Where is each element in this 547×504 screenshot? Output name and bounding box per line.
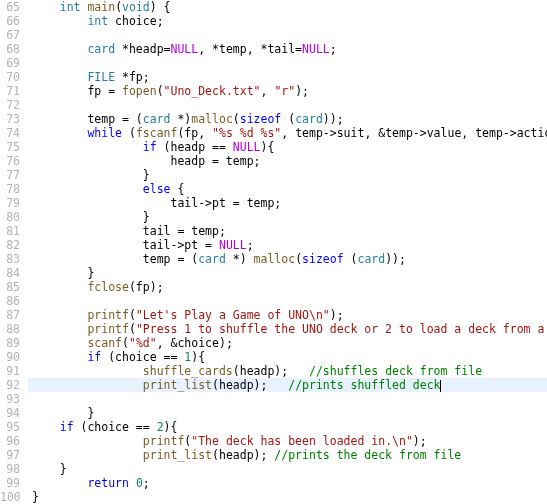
token-fn: fopen [122,84,157,98]
code-line[interactable]: headp = temp; [28,154,547,168]
line-number: 87 [0,308,20,322]
token-id: } [60,462,67,476]
token-fn: print_list [143,378,212,392]
token-fn: fclose [87,280,129,294]
token-id: ; [247,238,254,252]
token-id: ( [281,112,295,126]
code-line[interactable] [28,392,547,406]
token-kw: while [87,126,122,140]
code-line[interactable]: print_list(headp); //prints shuffled dec… [28,378,547,392]
token-mc: NULL [302,42,330,56]
token-ty: card [143,112,171,126]
code-line[interactable]: if (choice == 1){ [28,350,547,364]
line-number: 91 [0,364,20,378]
code-line[interactable]: FILE *fp; [28,70,547,84]
code-line[interactable]: shuffle_cards(headp); //shuffles deck fr… [28,364,547,378]
code-line[interactable]: print_list(headp); //prints the deck fro… [28,448,547,462]
code-line[interactable]: } [28,462,547,476]
token-ty: void [122,0,150,14]
token-fn: scanf [87,336,122,350]
token-id: (headp == [157,140,233,154]
token-fn: shuffle_cards [143,364,233,378]
code-line[interactable]: printf("Press 1 to shuffle the UNO deck … [28,322,547,336]
token-st: "Let's Play a Game of UNO\n" [136,308,330,322]
token-id: ( [122,126,136,140]
token-id: temp = ( [87,112,142,126]
line-number-gutter: 6566676869707172737475767778798081828384… [0,0,28,504]
token-id: ){ [261,140,275,154]
line-number: 73 [0,112,20,126]
token-st: "%d" [129,336,157,350]
token-id: choice; [108,14,163,28]
token-cm: //prints the deck from file [274,448,461,462]
token-mc: NULL [170,42,198,56]
token-id: tail = temp; [143,224,226,238]
code-line[interactable]: tail->pt = temp; [28,196,547,210]
token-id: headp = temp; [170,154,260,168]
line-number: 76 [0,154,20,168]
token-kw: else [143,182,171,196]
code-line[interactable]: temp = (card *) malloc(sizeof (card)); [28,252,547,266]
line-number: 97 [0,448,20,462]
token-id: tail->pt = [143,238,219,252]
token-id: } [143,210,150,224]
token-id: (headp); [212,378,288,392]
line-number: 66 [0,14,20,28]
code-line[interactable]: scanf("%d", &choice); [28,336,547,350]
code-line[interactable]: } [28,168,547,182]
code-line[interactable]: } [28,266,547,280]
token-id: )); [323,112,344,126]
code-line[interactable]: } [28,406,547,420]
token-id: *headp= [115,42,170,56]
line-number: 77 [0,168,20,182]
code-line[interactable]: } [28,490,547,504]
line-number: 86 [0,294,20,308]
code-line[interactable]: return 0; [28,476,547,490]
token-id: ; [330,42,337,56]
token-cm: //shuffles deck from file [309,364,482,378]
token-id: temp = ( [143,252,198,266]
token-fn: printf [87,322,129,336]
code-line[interactable]: int choice; [28,14,547,28]
token-id: } [87,406,94,420]
code-line[interactable] [28,98,547,112]
code-line[interactable]: while (fscanf(fp, "%s %d %s", temp->suit… [28,126,547,140]
code-line[interactable] [28,56,547,70]
code-line[interactable]: card *headp=NULL, *temp, *tail=NULL; [28,42,547,56]
line-number: 78 [0,182,20,196]
code-line[interactable]: printf("Let's Play a Game of UNO\n"); [28,308,547,322]
token-id: (headp); [233,364,309,378]
code-line[interactable]: if (headp == NULL){ [28,140,547,154]
code-line[interactable]: fclose(fp); [28,280,547,294]
token-kw: sizeof [302,252,344,266]
token-id: (fp, [177,126,212,140]
line-number: 99 [0,476,20,490]
code-line[interactable]: } [28,210,547,224]
token-id: (choice == [74,420,157,434]
code-line[interactable]: int main(void) { [28,0,547,14]
code-line[interactable]: fp = fopen("Uno_Deck.txt", "r"); [28,84,547,98]
token-op: ) { [150,0,171,14]
code-line[interactable]: tail = temp; [28,224,547,238]
token-id: } [87,266,94,280]
code-line[interactable]: if (choice == 2){ [28,420,547,434]
code-line[interactable]: printf("The deck has been loaded in.\n")… [28,434,547,448]
token-mc: NULL [233,140,261,154]
code-line[interactable] [28,28,547,42]
code-editor-area[interactable]: int main(void) { int choice; card *headp… [28,0,547,504]
code-line[interactable]: tail->pt = NULL; [28,238,547,252]
token-id: tail->pt = temp; [170,196,281,210]
token-fn: print_list [143,448,212,462]
token-id: fp = [87,84,122,98]
code-line[interactable] [28,294,547,308]
line-number: 96 [0,434,20,448]
token-fn: printf [143,434,185,448]
token-id: *fp; [115,70,150,84]
token-ty: card [295,112,323,126]
token-mc: NULL [219,238,247,252]
code-line[interactable]: else { [28,182,547,196]
code-line[interactable]: temp = (card *)malloc(sizeof (card)); [28,112,547,126]
token-kw: sizeof [240,112,282,126]
token-id: { [170,182,184,196]
line-number: 93 [0,392,20,406]
